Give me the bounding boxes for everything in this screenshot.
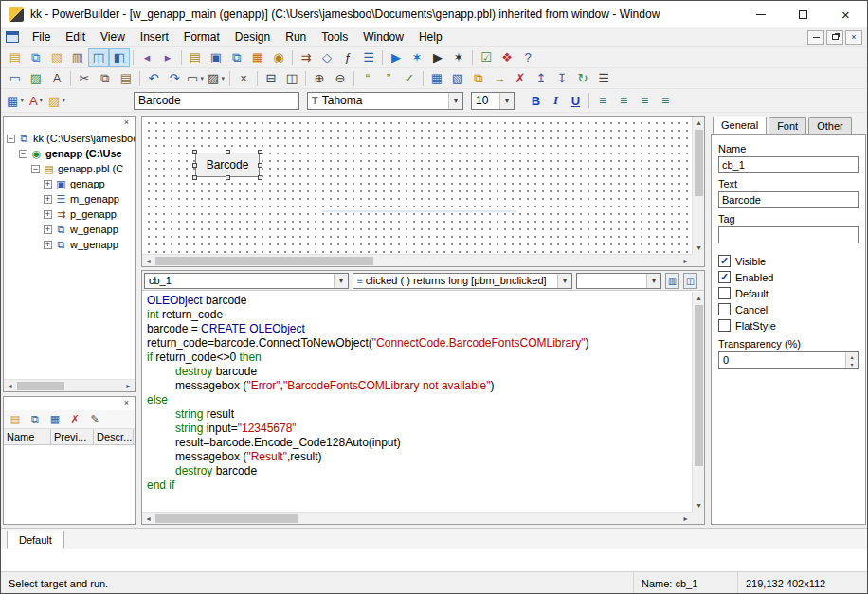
tile-layout-icon[interactable]: ◫ [88,48,109,67]
scroll-thumb[interactable] [155,514,298,523]
expand-icon[interactable]: + [44,225,52,234]
scroll-left-icon[interactable]: ◂ [142,255,154,267]
collapse-icon[interactable]: − [7,135,15,143]
scroll-right-icon[interactable]: ▸ [122,380,135,392]
paste-icon[interactable]: ▤ [116,69,136,88]
inherit-icon[interactable]: ⧉ [26,48,46,67]
tree-item[interactable]: −◉genapp (C:\Use [4,146,135,161]
code-line[interactable]: messagebox ("Error","BarcodeFontsCOMLibr… [143,379,691,393]
open-clip-icon[interactable]: ⧉ [27,412,44,427]
chevron-down-icon[interactable]: ▾ [557,274,571,288]
select-and-debug-icon[interactable]: ✶ [448,48,469,67]
insert-control-icon[interactable]: ▭ [5,69,26,88]
menu-item-view[interactable]: View [93,27,133,46]
uncomment-icon[interactable]: ” [378,69,399,88]
resize-handle[interactable] [192,175,197,180]
expand-icon[interactable]: + [44,241,52,249]
code-line[interactable]: string input="12345678" [143,422,691,436]
chevron-down-icon[interactable]: ▾ [499,93,514,109]
code-line[interactable]: barcode = CREATE OLEObject [143,322,691,336]
scroll-right-icon[interactable]: ▸ [679,255,692,267]
transparency-spinner[interactable]: 0 ▴ ▾ [718,351,859,369]
column-header-previ[interactable]: Previ... [51,429,94,444]
menu-item-window[interactable]: Window [355,27,411,46]
scroll-thumb[interactable] [695,305,703,466]
spell-check-icon[interactable]: ✓ [399,69,420,88]
menu-item-help[interactable]: Help [411,27,450,46]
resize-handle[interactable] [258,150,262,154]
font-size-combo[interactable]: 10 ▾ [471,92,515,110]
close-button[interactable]: × [824,1,867,27]
prop-input-tag[interactable] [718,226,859,243]
mdi-minimize-button[interactable] [807,30,824,45]
view-clip-icon[interactable]: ▦ [46,412,63,427]
delete-clip-icon[interactable]: ✗ [66,412,83,427]
next-painter-icon[interactable]: ▸ [157,48,178,67]
checkbox-visible[interactable]: ✓Visible [718,253,859,269]
scroll-thumb[interactable] [17,382,64,390]
prop-input-name[interactable] [718,156,859,173]
resize-handle[interactable] [258,163,262,168]
menu-item-edit[interactable]: Edit [58,27,93,46]
redo-icon[interactable]: ↷ [164,69,185,88]
font-name-combo[interactable]: T Tahoma ▾ [307,92,463,110]
menu-item-tools[interactable]: Tools [314,27,355,46]
save-as-icon[interactable]: ▧ [447,69,468,88]
previous-painter-icon[interactable]: ◂ [136,48,157,67]
copy-entry-icon[interactable]: ⧉ [468,69,489,88]
script-list-view-icon[interactable]: ▥ [665,273,679,289]
code-line[interactable]: return_code=barcode.ConnectToNewObject("… [143,336,691,351]
controls-dropdown-icon[interactable]: ▭▾ [185,69,206,88]
undo-icon[interactable]: ↶ [143,69,164,88]
open-icon[interactable]: ▧ [46,48,67,67]
query-painter-icon[interactable]: ◇ [316,48,337,67]
import-icon[interactable]: ↧ [552,69,572,88]
scroll-down-icon[interactable]: ▾ [693,499,705,512]
menu-item-run[interactable]: Run [278,27,314,46]
cut-icon[interactable]: ✂ [74,69,95,88]
scroll-down-icon[interactable]: ▾ [693,242,705,254]
debug-icon[interactable]: ✶ [407,48,427,67]
align-left-icon[interactable]: ≡ [592,91,613,110]
script-code-area[interactable]: OLEObject barcodeint return_codebarcode … [143,292,691,511]
menu-item-file[interactable]: File [25,27,58,46]
code-line[interactable]: destroy barcode [143,365,691,379]
properties-icon[interactable]: ☰ [593,69,614,88]
menu-painter-icon[interactable]: ☰ [358,48,379,67]
object-combo[interactable]: cb_1 ▾ [144,273,349,289]
tab-general[interactable]: General [713,117,767,134]
spin-down-icon[interactable]: ▾ [846,360,858,368]
bold-button[interactable]: B [526,91,546,110]
tab-other[interactable]: Other [808,117,852,134]
menu-item-insert[interactable]: Insert [133,27,176,46]
print-icon[interactable]: ⊟ [261,69,281,88]
tree-horizontal-scrollbar[interactable]: ◂ ▸ [4,379,135,391]
background-color-icon[interactable]: ▨▾ [46,91,67,110]
expand-icon[interactable]: + [44,195,52,204]
datawindow-painter-icon[interactable]: ▦ [247,48,268,67]
tab-font[interactable]: Font [769,117,806,134]
rename-clip-icon[interactable]: ✎ [86,412,103,427]
pipeline-painter-icon[interactable]: ⇉ [296,48,316,67]
save-icon[interactable]: ▦ [426,69,447,88]
delete-entry-icon[interactable]: ✗ [510,69,531,88]
chevron-down-icon[interactable]: ▾ [448,93,462,109]
checkbox-enabled[interactable]: ✓Enabled [718,269,859,285]
code-line[interactable]: int return_code [143,308,691,322]
tree-item[interactable]: +☰m_genapp [4,191,135,207]
resize-handle[interactable] [192,163,197,168]
align-center-icon[interactable]: ≡ [613,91,634,110]
mdi-close-button[interactable]: × [845,30,862,45]
mdi-restore-button[interactable] [826,30,843,45]
bottom-tab-default[interactable]: Default [7,531,64,549]
secondary-combo[interactable]: ▾ [576,273,661,289]
freeform-layout-icon[interactable]: ◧ [109,48,130,67]
maximize-button[interactable] [782,1,824,27]
scroll-thumb[interactable] [695,130,703,196]
script-split-view-icon[interactable]: ◫ [683,273,697,289]
tree-item[interactable]: +⧉w_genapp [4,237,135,252]
title-bar[interactable]: kk - PowerBuilder - [w_genapp_main (gena… [1,1,867,27]
foreground-color-icon[interactable]: A▾ [26,91,46,110]
scroll-up-icon[interactable]: ▴ [693,117,705,129]
database-painter-icon[interactable]: ◉ [268,48,289,67]
